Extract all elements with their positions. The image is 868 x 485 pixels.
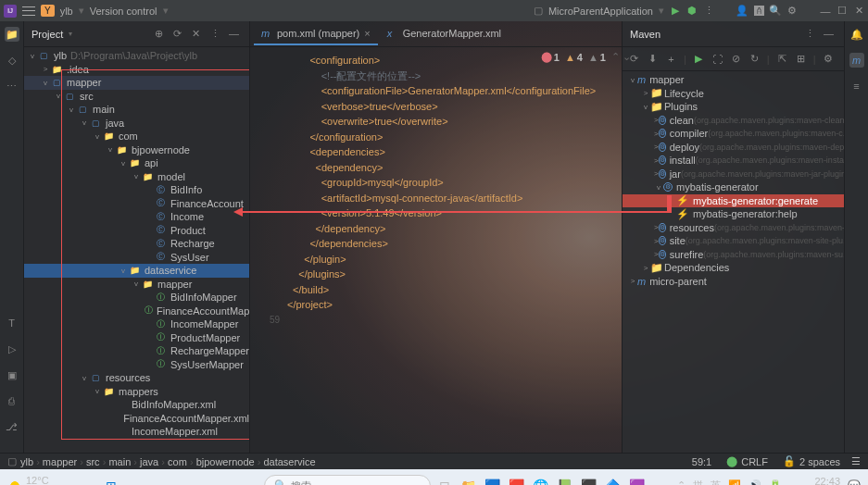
- structure-tool-icon[interactable]: ⋯: [5, 79, 19, 93]
- maven-item[interactable]: vmmapper: [623, 73, 844, 87]
- project-name[interactable]: ylb: [60, 6, 73, 17]
- locate-icon[interactable]: ⊕: [155, 28, 168, 41]
- tray-volume-icon[interactable]: 🔊: [748, 479, 761, 485]
- breadcrumb-item[interactable]: src: [86, 456, 100, 467]
- hide-icon[interactable]: —: [229, 28, 242, 41]
- breadcrumb-item[interactable]: main: [108, 456, 131, 467]
- tree-item[interactable]: v▢mapper: [24, 76, 249, 90]
- maximize-icon[interactable]: ☐: [837, 6, 848, 17]
- tree-item[interactable]: v▢src: [24, 90, 249, 104]
- translate-icon[interactable]: 🅰: [753, 6, 764, 17]
- maven-item[interactable]: ⚡mybatis-generator:generate: [623, 194, 844, 208]
- maven-item[interactable]: >📁Lifecycle: [623, 87, 844, 101]
- tree-item[interactable]: ⒾSysUserMapper: [24, 358, 249, 372]
- maven-options-icon[interactable]: ⋮: [805, 28, 818, 41]
- vcs-menu[interactable]: Version control: [90, 6, 157, 17]
- add-icon[interactable]: +: [665, 53, 677, 65]
- tree-item[interactable]: ⒸProduct: [24, 224, 249, 238]
- explorer-icon[interactable]: 📁: [459, 476, 479, 486]
- tree-item[interactable]: v📁mappers: [24, 385, 249, 399]
- maven-item[interactable]: >mmicro-parent: [623, 275, 844, 289]
- show-icon[interactable]: ⊞: [795, 53, 807, 65]
- tree-item[interactable]: >📁.idea: [24, 63, 249, 77]
- tray-input-icon[interactable]: 英: [711, 479, 721, 485]
- toggle-icon[interactable]: ⊘: [730, 53, 742, 65]
- close-icon[interactable]: ✕: [853, 6, 864, 17]
- weather-widget[interactable]: 12°C晴朗: [7, 475, 49, 485]
- breadcrumb-item[interactable]: ylb: [20, 456, 33, 467]
- maven-item[interactable]: v📁Plugins: [623, 100, 844, 114]
- tray-notif-icon[interactable]: 💬: [848, 479, 861, 485]
- tree-item[interactable]: ⒾIncomeMapper: [24, 317, 249, 331]
- task-view-icon[interactable]: ⊡: [434, 476, 455, 486]
- maven-item[interactable]: >⚙deploy (org.apache.maven.plugins:maven…: [623, 141, 844, 155]
- breadcrumb-item[interactable]: bjpowernode: [196, 456, 255, 467]
- exec-icon[interactable]: ⛶: [711, 53, 723, 65]
- search-input[interactable]: [291, 480, 421, 486]
- maven-item[interactable]: v⚙mybatis-generator: [623, 180, 844, 194]
- tree-item[interactable]: v📁bjpowernode: [24, 143, 249, 157]
- maven-item[interactable]: >📁Dependencies: [623, 261, 844, 275]
- generate-icon[interactable]: ⬇: [647, 53, 659, 65]
- tree-item[interactable]: v📁mapper: [24, 278, 249, 292]
- notif-tool-icon[interactable]: 🔔: [849, 27, 864, 42]
- tree-item[interactable]: v📁api: [24, 156, 249, 170]
- main-menu-icon[interactable]: [22, 6, 35, 16]
- tree-item[interactable]: v▢main: [24, 103, 249, 117]
- breadcrumb-item[interactable]: com: [168, 456, 187, 467]
- maven-hide-icon[interactable]: —: [824, 28, 837, 41]
- more-icon[interactable]: ⋮: [703, 6, 714, 17]
- run-tool-icon[interactable]: ▷: [5, 342, 19, 356]
- clock[interactable]: 22:432023/10/26: [789, 477, 840, 486]
- taskbar-search[interactable]: 🔍: [264, 475, 431, 486]
- debug-tool-icon[interactable]: ▣: [5, 367, 19, 382]
- minimize-icon[interactable]: —: [820, 6, 831, 17]
- intellij-taskbar-icon[interactable]: 🟪: [627, 476, 648, 486]
- tree-root[interactable]: v▢ ylb D:\Program\Java\Project\ylb: [24, 49, 249, 63]
- maven-item[interactable]: >⚙surefire (org.apache.maven.plugins:mav…: [623, 248, 844, 262]
- build-tool-icon[interactable]: T: [5, 316, 19, 330]
- collapse-icon[interactable]: ⟳: [173, 28, 186, 41]
- project-tool-icon[interactable]: 📁: [5, 27, 19, 42]
- maven-item[interactable]: >⚙compiler (org.apache.maven.plugins:mav…: [623, 127, 844, 141]
- maven-item[interactable]: >⚙install (org.apache.maven.plugins:mave…: [623, 154, 844, 168]
- run-config[interactable]: MicroParentApplication: [548, 6, 653, 17]
- maven-item[interactable]: >⚙jar (org.apache.maven.plugins:maven-ja…: [623, 168, 844, 181]
- tree-item[interactable]: ⒾRechargeMapper: [24, 344, 249, 358]
- tree-item[interactable]: v📁model: [24, 170, 249, 184]
- tree-item[interactable]: ⒾProductMapper: [24, 331, 249, 345]
- line-ending[interactable]: CRLF: [741, 456, 768, 467]
- tree-item[interactable]: IncomeMapper.xml: [24, 425, 249, 439]
- tree-item[interactable]: ⒸFinanceAccount: [24, 197, 249, 211]
- tree-item[interactable]: ⒾFinanceAccountMapper: [24, 305, 249, 318]
- tree-item[interactable]: ⒸRecharge: [24, 237, 249, 251]
- tree-item[interactable]: ⒾBidInfoMapper: [24, 291, 249, 305]
- run-maven-icon[interactable]: ▶: [693, 53, 705, 65]
- tree-item[interactable]: FinanceAccountMapper.xml: [24, 412, 249, 426]
- app-icon-1[interactable]: 🟦: [483, 476, 503, 486]
- settings-maven-icon[interactable]: ⚙: [823, 53, 835, 65]
- db-tool-icon[interactable]: ≡: [849, 79, 864, 93]
- start-icon[interactable]: ⊞: [101, 476, 121, 486]
- indent[interactable]: 2 spaces: [799, 456, 840, 467]
- collapse-all-icon[interactable]: ⇱: [776, 53, 788, 65]
- editor-tab[interactable]: mpom.xml (mapper)×: [254, 23, 378, 45]
- tree-item[interactable]: v📁com: [24, 130, 249, 143]
- skip-icon[interactable]: ↻: [748, 53, 761, 65]
- tree-item[interactable]: BidInfoMapper.xml: [24, 398, 249, 412]
- debug-icon[interactable]: ⬢: [686, 6, 698, 17]
- tree-item[interactable]: v▢java: [24, 117, 249, 131]
- tree-item[interactable]: ⒸIncome: [24, 210, 249, 224]
- tree-item[interactable]: v📁dataservice: [24, 264, 249, 278]
- editor-tab[interactable]: xGeneratorMapper.xml: [380, 23, 509, 45]
- app-icon-2[interactable]: 🟥: [507, 476, 527, 486]
- breadcrumb-item[interactable]: java: [140, 456, 158, 467]
- reader-icon[interactable]: ☰: [851, 455, 861, 467]
- tray-battery-icon[interactable]: 🔋: [769, 479, 782, 485]
- app-icon-5[interactable]: 🔷: [603, 476, 623, 486]
- app-icon-4[interactable]: ⬛: [579, 476, 599, 486]
- tray-wifi-icon[interactable]: 📶: [728, 479, 741, 485]
- maven-item[interactable]: ⚡mybatis-generator:help: [623, 207, 844, 221]
- tray-chevron-icon[interactable]: ⌃: [677, 479, 686, 485]
- settings-icon[interactable]: ⚙: [786, 6, 798, 17]
